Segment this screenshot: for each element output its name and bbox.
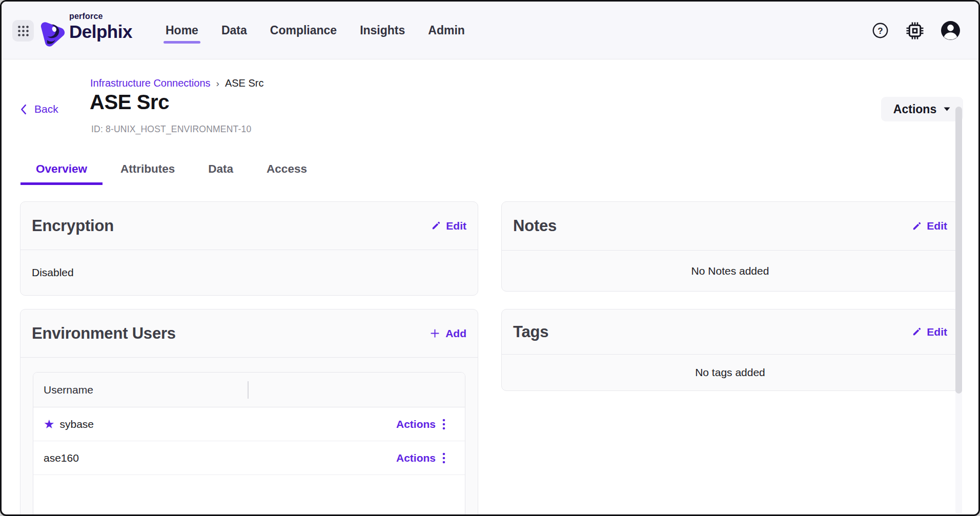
- row-actions-button[interactable]: Actions: [396, 452, 445, 464]
- page-actions-label: Actions: [893, 102, 936, 116]
- caret-down-icon: [943, 107, 951, 112]
- back-label: Back: [34, 103, 58, 115]
- notes-card: Notes Edit No Notes added: [501, 201, 959, 292]
- tags-card-title: Tags: [513, 323, 548, 341]
- app-launcher-button[interactable]: [12, 20, 34, 42]
- notes-edit-label: Edit: [927, 220, 947, 232]
- engine-chip-icon: [906, 22, 924, 40]
- primary-user-star-icon: ★: [44, 418, 55, 430]
- encryption-edit-button[interactable]: Edit: [431, 220, 466, 232]
- environment-id: ID: 8-UNIX_HOST_ENVIRONMENT-10: [91, 124, 251, 135]
- breadcrumb-current: ASE Src: [225, 77, 264, 89]
- breadcrumb-parent-link[interactable]: Infrastructure Connections: [90, 77, 211, 89]
- tags-card: Tags Edit No tags added: [501, 309, 959, 391]
- notes-card-header: Notes Edit: [502, 202, 958, 251]
- tags-edit-label: Edit: [927, 326, 947, 338]
- top-navigation-bar: perforce Delphix Home Data Compliance In…: [2, 2, 978, 59]
- encryption-card-title: Encryption: [32, 217, 114, 235]
- tags-edit-button[interactable]: Edit: [912, 326, 947, 338]
- nav-admin[interactable]: Admin: [428, 24, 465, 37]
- brand-logo[interactable]: perforce Delphix: [39, 10, 132, 48]
- vertical-scrollbar-thumb[interactable]: [955, 107, 962, 394]
- add-environment-user-button[interactable]: Add: [430, 327, 466, 340]
- apps-grid-icon: [17, 25, 29, 37]
- tab-access[interactable]: Access: [251, 155, 322, 185]
- page-actions-button[interactable]: Actions: [881, 97, 963, 121]
- username-cell: sybase: [60, 418, 94, 430]
- breadcrumb-separator: ›: [216, 78, 219, 89]
- primary-nav: Home Data Compliance Insights Admin: [166, 2, 465, 59]
- tags-card-header: Tags Edit: [502, 309, 958, 355]
- topbar-utilities: ?: [871, 2, 961, 59]
- kebab-menu-icon: [442, 452, 445, 464]
- app-window: perforce Delphix Home Data Compliance In…: [0, 0, 980, 516]
- row-actions-label: Actions: [396, 452, 436, 464]
- svg-text:?: ?: [877, 26, 883, 36]
- delphix-logo-icon: [39, 22, 65, 48]
- username-cell: ase160: [44, 452, 79, 464]
- nav-home[interactable]: Home: [166, 24, 198, 37]
- notes-edit-button[interactable]: Edit: [912, 220, 947, 232]
- add-environment-user-label: Add: [445, 327, 466, 340]
- back-link[interactable]: Back: [20, 103, 58, 115]
- nav-compliance[interactable]: Compliance: [270, 24, 337, 37]
- user-avatar-icon: [941, 20, 961, 40]
- page-title: ASE Src: [90, 91, 169, 114]
- table-row: ★ sybase Actions: [33, 407, 465, 441]
- encryption-card-header: Encryption Edit: [21, 202, 478, 250]
- encryption-card: Encryption Edit Disabled: [20, 201, 478, 296]
- tab-data[interactable]: Data: [193, 155, 249, 185]
- engine-button[interactable]: [906, 22, 924, 40]
- pencil-icon: [431, 221, 441, 231]
- delphix-wordmark: Delphix: [69, 21, 132, 42]
- column-resize-divider[interactable]: [248, 381, 249, 399]
- environment-users-card-header: Environment Users Add: [21, 309, 478, 358]
- username-column-header: Username: [44, 384, 93, 396]
- help-button[interactable]: ?: [871, 22, 889, 39]
- nav-data[interactable]: Data: [221, 24, 247, 37]
- brand-wordmark: perforce Delphix: [69, 10, 132, 42]
- nav-insights[interactable]: Insights: [360, 24, 405, 37]
- breadcrumb: Infrastructure Connections › ASE Src: [90, 77, 263, 89]
- help-icon: ?: [871, 22, 889, 39]
- environment-users-card-title: Environment Users: [32, 324, 176, 343]
- pencil-icon: [912, 327, 922, 337]
- account-button[interactable]: [941, 20, 961, 40]
- tab-overview[interactable]: Overview: [21, 155, 103, 185]
- tab-attributes[interactable]: Attributes: [105, 155, 190, 185]
- environment-users-table: Username ★ sybase Actions ase160 Actions: [33, 372, 465, 516]
- detail-tabs: Overview Attributes Data Access: [21, 155, 322, 185]
- pencil-icon: [912, 221, 922, 231]
- perforce-wordmark: perforce: [69, 12, 132, 21]
- encryption-status-value: Disabled: [21, 250, 478, 295]
- row-actions-button[interactable]: Actions: [396, 418, 445, 430]
- tags-empty-state: No tags added: [502, 355, 958, 390]
- kebab-menu-icon: [442, 418, 445, 430]
- row-actions-label: Actions: [396, 418, 436, 430]
- plus-icon: [430, 328, 440, 339]
- chevron-left-icon: [20, 104, 27, 115]
- notes-empty-state: No Notes added: [502, 251, 958, 291]
- environment-users-card: Environment Users Add Username ★ sybase …: [20, 309, 478, 516]
- table-row: ase160 Actions: [33, 441, 465, 475]
- notes-card-title: Notes: [513, 217, 557, 235]
- encryption-edit-label: Edit: [446, 220, 466, 232]
- users-table-header-row: Username: [33, 373, 465, 407]
